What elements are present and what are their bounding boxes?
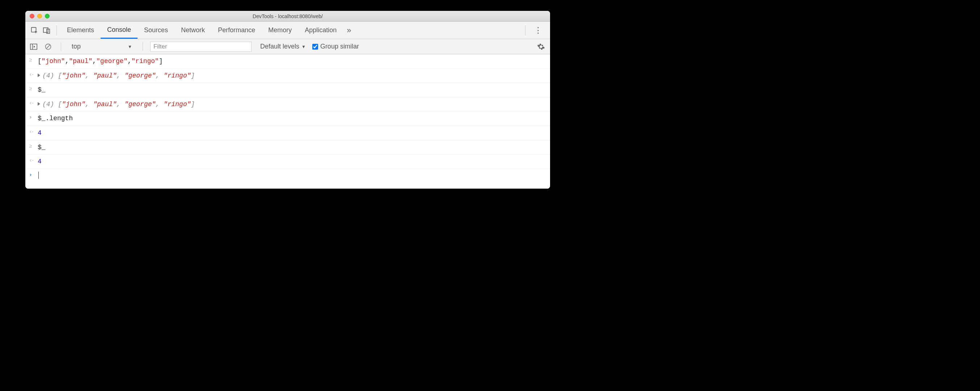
svg-rect-1: [43, 27, 48, 32]
chevron-down-icon: ▼: [128, 44, 132, 49]
console-row[interactable]: ‹·(4) ["john", "paul", "george", "ringo"…: [25, 97, 550, 112]
group-similar-toggle[interactable]: Group similar: [312, 43, 359, 50]
console-input[interactable]: [38, 171, 39, 182]
toggle-sidebar-icon[interactable]: [28, 41, 39, 52]
group-similar-checkbox[interactable]: [312, 44, 318, 49]
console-content: $_: [38, 142, 46, 153]
console-row[interactable]: ≥$_: [25, 83, 550, 97]
separator: [56, 26, 57, 35]
tab-application[interactable]: Application: [298, 22, 343, 39]
separator: [143, 42, 143, 51]
svg-line-6: [46, 45, 50, 48]
levels-label: Default levels: [260, 43, 299, 50]
filter-input[interactable]: [150, 41, 251, 52]
tab-performance[interactable]: Performance: [212, 22, 262, 39]
console-row[interactable]: ‹·(4) ["john", "paul", "george", "ringo"…: [25, 69, 550, 83]
expand-icon[interactable]: [38, 73, 40, 77]
devtools-menu-button[interactable]: ⋮: [529, 26, 547, 35]
console-log-area[interactable]: ≥["john","paul","george","ringo"]‹·(4) […: [25, 54, 550, 188]
inspect-element-icon[interactable]: [28, 24, 41, 37]
console-settings-icon[interactable]: [535, 43, 547, 51]
context-label: top: [72, 43, 81, 50]
tab-memory[interactable]: Memory: [262, 22, 298, 39]
separator: [61, 42, 61, 51]
console-prompt-row[interactable]: ›: [25, 169, 550, 189]
window-title: DevTools - localhost:8080/web/: [25, 13, 550, 19]
log-levels-selector[interactable]: Default levels ▼: [260, 43, 306, 50]
tab-sources[interactable]: Sources: [137, 22, 175, 39]
console-content: ["john","paul","george","ringo"]: [38, 56, 163, 67]
zoom-window-button[interactable]: [45, 14, 49, 18]
chevron-down-icon: ▼: [301, 44, 306, 49]
console-row[interactable]: ›$_.length: [25, 112, 550, 126]
close-window-button[interactable]: [30, 14, 34, 18]
more-tabs-button[interactable]: »: [343, 26, 355, 35]
titlebar: DevTools - localhost:8080/web/: [25, 11, 550, 22]
minimize-window-button[interactable]: [37, 14, 42, 18]
execution-context-selector[interactable]: top ▼: [68, 41, 135, 51]
devtools-window: DevTools - localhost:8080/web/ ElementsC…: [25, 11, 550, 188]
console-row[interactable]: ‹·4: [25, 155, 550, 169]
expand-icon[interactable]: [38, 102, 40, 106]
console-row[interactable]: ≥["john","paul","george","ringo"]: [25, 54, 550, 69]
clear-console-icon[interactable]: [43, 41, 54, 52]
console-row[interactable]: ‹·4: [25, 126, 550, 140]
separator: [525, 26, 525, 35]
console-content: $_: [38, 85, 46, 96]
console-content: (4) ["john", "paul", "george", "ringo"]: [38, 99, 195, 110]
group-similar-label: Group similar: [320, 43, 359, 50]
tab-elements[interactable]: Elements: [60, 22, 100, 39]
console-content: 4: [38, 156, 41, 167]
console-content: $_.length: [38, 113, 73, 124]
main-tabbar: ElementsConsoleSourcesNetworkPerformance…: [25, 22, 550, 39]
tab-network[interactable]: Network: [175, 22, 212, 39]
console-row[interactable]: ≥$_: [25, 140, 550, 155]
console-content: 4: [38, 128, 41, 139]
window-controls: [25, 14, 54, 18]
console-content: (4) ["john", "paul", "george", "ringo"]: [38, 70, 195, 81]
console-toolbar: top ▼ Default levels ▼ Group similar: [25, 39, 550, 54]
tab-console[interactable]: Console: [100, 22, 137, 39]
device-toolbar-icon[interactable]: [41, 24, 53, 37]
